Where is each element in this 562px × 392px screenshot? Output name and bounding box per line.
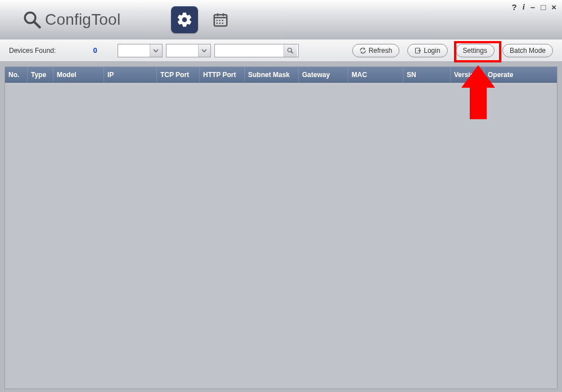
refresh-button[interactable]: Refresh bbox=[352, 44, 399, 57]
column-header-ip[interactable]: IP bbox=[104, 67, 157, 82]
refresh-icon bbox=[359, 47, 366, 54]
window-controls: ? i – □ × bbox=[511, 2, 556, 12]
column-header-model[interactable]: Model bbox=[53, 67, 104, 82]
table-header-row: No. Type Model IP TCP Port HTTP Port Sub… bbox=[5, 67, 557, 83]
search-box bbox=[214, 44, 299, 57]
calendar-icon bbox=[212, 11, 229, 28]
info-button[interactable]: i bbox=[523, 2, 525, 12]
settings-button[interactable]: Settings bbox=[456, 44, 494, 57]
gear-icon bbox=[176, 11, 193, 28]
search-button[interactable] bbox=[284, 44, 297, 57]
toolbar bbox=[171, 6, 234, 33]
column-header-mac[interactable]: MAC bbox=[348, 67, 403, 82]
column-header-subnet-mask[interactable]: Subnet Mask bbox=[245, 67, 299, 82]
search-input[interactable] bbox=[215, 45, 284, 56]
title-bar: ConfigTool bbox=[0, 0, 562, 39]
settings-label: Settings bbox=[463, 47, 487, 55]
login-button[interactable]: Login bbox=[407, 44, 447, 57]
filter-select-2[interactable] bbox=[166, 44, 211, 57]
settings-tool-button[interactable] bbox=[171, 6, 198, 33]
maximize-button[interactable]: □ bbox=[541, 2, 546, 12]
devices-found-label: Devices Found: bbox=[9, 47, 56, 55]
devices-found-count: 0 bbox=[93, 46, 97, 55]
column-header-version[interactable]: Version bbox=[451, 67, 484, 82]
column-header-gateway[interactable]: Gateway bbox=[299, 67, 348, 82]
batch-mode-label: Batch Mode bbox=[510, 47, 546, 55]
column-header-operate[interactable]: Operate bbox=[484, 67, 557, 82]
search-icon bbox=[287, 47, 294, 54]
table-body bbox=[5, 83, 557, 389]
calendar-tool-button[interactable] bbox=[207, 6, 234, 33]
device-table: No. Type Model IP TCP Port HTTP Port Sub… bbox=[5, 66, 557, 389]
batch-mode-button[interactable]: Batch Mode bbox=[502, 44, 553, 57]
action-bar: Devices Found: 0 bbox=[0, 39, 562, 62]
column-header-type[interactable]: Type bbox=[28, 67, 53, 82]
login-label: Login bbox=[424, 47, 440, 55]
app-title: ConfigTool bbox=[23, 10, 120, 29]
column-header-sn[interactable]: SN bbox=[403, 67, 451, 82]
svg-line-13 bbox=[291, 51, 293, 53]
close-button[interactable]: × bbox=[551, 2, 556, 12]
help-button[interactable]: ? bbox=[511, 2, 516, 12]
app-title-text: ConfigTool bbox=[45, 11, 120, 29]
chevron-down-icon bbox=[198, 44, 210, 57]
minimize-button[interactable]: – bbox=[530, 2, 535, 12]
svg-line-1 bbox=[34, 21, 39, 27]
login-icon bbox=[415, 47, 421, 54]
chevron-down-icon bbox=[150, 44, 162, 57]
column-header-http-port[interactable]: HTTP Port bbox=[200, 67, 245, 82]
magnifier-icon bbox=[23, 10, 42, 29]
column-header-no[interactable]: No. bbox=[5, 67, 28, 82]
refresh-label: Refresh bbox=[368, 47, 392, 55]
filter-select-1[interactable] bbox=[118, 44, 163, 57]
column-header-tcp-port[interactable]: TCP Port bbox=[157, 67, 200, 82]
